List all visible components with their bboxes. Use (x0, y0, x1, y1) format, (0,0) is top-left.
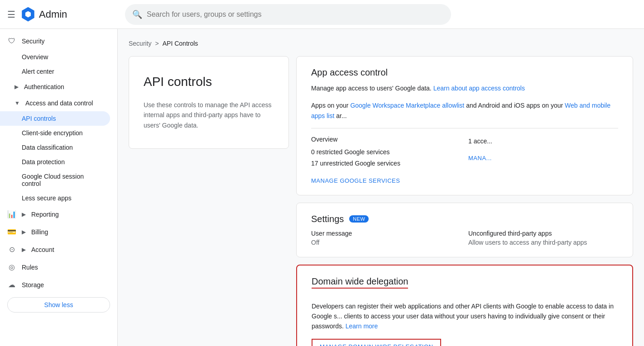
sidebar-account-label: Account (31, 246, 54, 253)
domain-delegation-title: Domain wide delegation (312, 276, 408, 289)
overview-stat2: 17 unrestricted Google services (311, 158, 461, 169)
sidebar-overview-label: Overview (22, 53, 48, 61)
overview-label: Overview (311, 136, 461, 143)
sidebar-item-data-protection[interactable]: Data protection (0, 155, 110, 169)
app-access-title: App access control (311, 67, 618, 78)
domain-delegation-desc: Developers can register their web applic… (312, 301, 618, 332)
sidebar-data-class-label: Data classification (22, 144, 73, 151)
sidebar-item-data-classification[interactable]: Data classification (0, 140, 110, 155)
sidebar-item-less-secure[interactable]: Less secure apps (0, 191, 110, 205)
search-input[interactable] (147, 10, 444, 19)
overview-grid: Overview 0 restricted Google services 17… (311, 136, 618, 184)
sidebar-item-reporting[interactable]: 📊 ▶ Reporting (0, 205, 110, 223)
sidebar-item-storage[interactable]: ☁ Storage (0, 276, 110, 294)
overview-left: Overview 0 restricted Google services 17… (311, 136, 461, 184)
sidebar-less-secure-label: Less secure apps (22, 194, 72, 202)
user-message-label: User message (311, 230, 461, 237)
sidebar-alert-label: Alert center (22, 68, 54, 75)
app-title: Admin (39, 9, 67, 20)
google-logo (21, 7, 35, 22)
sidebar-item-alert-center[interactable]: Alert center (0, 64, 110, 79)
domain-delegation-panel: Domain wide delegation Developers can re… (296, 265, 633, 346)
sidebar-item-client-encryption[interactable]: Client-side encryption (0, 126, 110, 140)
breadcrumb-separator: > (155, 40, 159, 47)
topbar-left: ☰ Admin (7, 7, 125, 22)
sidebar-gcloud-label: Google Cloud session control (22, 173, 103, 187)
main-content: Security > API Controls API controls Use… (118, 29, 644, 346)
sidebar-reporting-label: Reporting (31, 211, 59, 218)
sidebar-item-google-cloud[interactable]: Google Cloud session control (0, 169, 110, 191)
sidebar-item-security[interactable]: 🛡 Security (0, 33, 110, 50)
unconfigured-label: Unconfigured third-party apps (468, 230, 618, 237)
sidebar-access-data-label: Access and data control (25, 100, 93, 107)
settings-panel: Settings NEW User message Off Unconfigur… (296, 203, 633, 257)
sidebar-item-overview[interactable]: Overview (0, 50, 110, 64)
manage-right-link[interactable]: MANA... (468, 155, 492, 161)
app-access-panel: App access control Manage app access to … (296, 56, 633, 195)
chevron-right-icon4: ▶ (22, 246, 26, 253)
overview-right: 1 acce... MANA... (468, 136, 618, 184)
sidebar-item-account[interactable]: ⊙ ▶ Account (0, 241, 110, 258)
user-message-item: User message Off (311, 230, 461, 246)
storage-icon: ☁ (7, 280, 16, 289)
menu-icon[interactable]: ☰ (7, 9, 15, 20)
user-message-value: Off (311, 239, 461, 246)
search-icon: 🔍 (132, 9, 142, 19)
overview-stat1: 0 restricted Google services (311, 147, 461, 158)
unconfigured-value: Allow users to access any third-party ap… (468, 239, 618, 246)
learn-more-link[interactable]: Learn more (346, 322, 378, 330)
show-less-button[interactable]: Show less (7, 297, 110, 313)
chevron-right-icon3: ▶ (22, 229, 26, 235)
logo-container: Admin (21, 7, 67, 22)
account-icon: ⊙ (7, 245, 16, 254)
breadcrumb-current: API Controls (163, 40, 198, 47)
content-grid: API controls Use these controls to manag… (129, 56, 633, 346)
right-panels: App access control Manage app access to … (296, 56, 633, 346)
reporting-icon: 📊 (7, 210, 16, 218)
sidebar-auth-label: Authentication (24, 83, 64, 90)
marketplace-link[interactable]: Google Workspace Marketplace allowlist (350, 102, 464, 109)
settings-grid: User message Off Unconfigured third-part… (311, 230, 618, 246)
sidebar-client-enc-label: Client-side encryption (22, 129, 83, 137)
sidebar-rules-label: Rules (22, 264, 38, 271)
sidebar-item-access-data[interactable]: ▼ Access and data control (0, 95, 110, 111)
logo-inner (25, 11, 31, 18)
search-bar[interactable]: 🔍 (125, 4, 451, 25)
sidebar-item-rules[interactable]: ◎ Rules (0, 258, 110, 276)
sidebar-security-label: Security (22, 38, 45, 45)
rules-icon: ◎ (7, 263, 16, 271)
info-card-title: API controls (144, 75, 274, 89)
sidebar-api-label: API controls (22, 115, 56, 122)
breadcrumb: Security > API Controls (129, 40, 633, 47)
app-access-desc: Manage app access to users' Google data.… (311, 83, 618, 93)
app-access-desc2: Apps on your Google Workspace Marketplac… (311, 100, 618, 121)
info-card: API controls Use these controls to manag… (129, 56, 289, 149)
sidebar-storage-label: Storage (22, 281, 44, 289)
security-icon: 🛡 (7, 37, 16, 45)
sidebar-item-billing[interactable]: 💳 ▶ Billing (0, 223, 110, 241)
settings-panel-title: Settings NEW (311, 214, 618, 224)
sidebar-data-prot-label: Data protection (22, 158, 65, 166)
layout: 🛡 Security Overview Alert center ▶ Authe… (0, 29, 644, 346)
new-badge: NEW (349, 215, 369, 223)
manage-domain-delegation-button[interactable]: MANAGE DOMAIN WIDE DELEGATION (312, 339, 441, 346)
chevron-right-icon2: ▶ (22, 211, 26, 218)
sidebar-item-api-controls[interactable]: API controls (0, 111, 110, 126)
manage-google-services-link[interactable]: MANAGE GOOGLE SERVICES (311, 177, 400, 184)
unconfigured-item: Unconfigured third-party apps Allow user… (468, 230, 618, 246)
sidebar: 🛡 Security Overview Alert center ▶ Authe… (0, 29, 118, 346)
divider1 (311, 128, 618, 128)
topbar: ☰ Admin 🔍 (0, 0, 644, 29)
domain-delegation-title-container: Domain wide delegation (312, 276, 618, 294)
learn-app-access-link[interactable]: Learn about app access controls (433, 85, 525, 92)
billing-icon: 💳 (7, 228, 16, 236)
breadcrumb-parent[interactable]: Security (129, 40, 152, 47)
sidebar-billing-label: Billing (31, 228, 48, 236)
overview-stat3: 1 acce... (468, 136, 618, 147)
info-card-description: Use these controls to manage the API acc… (144, 100, 274, 130)
sidebar-item-authentication[interactable]: ▶ Authentication (0, 79, 110, 95)
chevron-right-icon: ▶ (14, 84, 19, 90)
chevron-down-icon: ▼ (14, 100, 20, 106)
